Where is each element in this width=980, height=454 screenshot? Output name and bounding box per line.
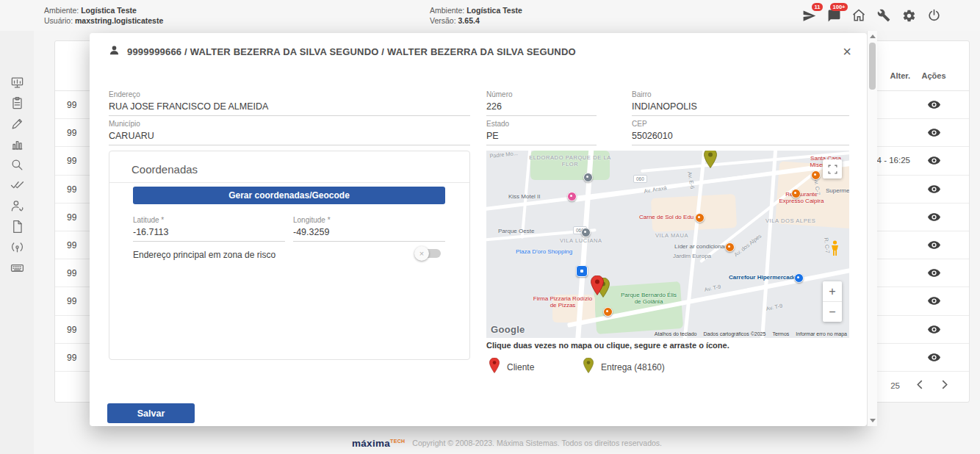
send-icon[interactable]: 11 [801, 7, 817, 24]
delivery-marker-pin[interactable] [704, 151, 717, 171]
power-icon[interactable] [926, 7, 942, 24]
view-row-button[interactable] [912, 268, 956, 279]
map-poi-icon[interactable] [725, 242, 735, 252]
sidebar-item-user-wrench[interactable] [0, 197, 34, 217]
map-label: Restaurante Expresso Caipira [773, 191, 830, 204]
chat-icon[interactable]: 100+ [826, 7, 842, 24]
view-row-button[interactable] [912, 353, 956, 364]
header-icons: 11 100+ [801, 7, 942, 24]
sidebar-item-clipboard[interactable] [0, 94, 34, 115]
sidebar-item-bar-chart[interactable] [0, 135, 34, 156]
save-button[interactable]: Salvar [107, 403, 195, 423]
numero-input[interactable] [486, 101, 597, 116]
municipio-label: Município [109, 120, 470, 128]
client-marker-pin[interactable] [591, 275, 604, 298]
scrollbar-thumb[interactable] [869, 43, 876, 90]
endereco-label: Endereço [109, 90, 470, 98]
map-label: ELDORADO PARQUE DE LA FLOR [529, 155, 611, 167]
column-header-acoes: Ações [912, 71, 956, 80]
map-label: R. C-7 [822, 237, 830, 253]
next-page-button[interactable] [939, 378, 951, 393]
municipio-input[interactable] [109, 131, 470, 145]
ambiente-value: Logística Teste [81, 6, 137, 15]
eye-icon [928, 240, 940, 251]
legend-cliente-label: Cliente [507, 362, 534, 372]
google-logo[interactable]: Google [491, 324, 525, 335]
map-poi-icon[interactable] [581, 228, 591, 237]
map-poi-icon[interactable] [791, 189, 801, 198]
versao-value: 3.65.4 [458, 16, 480, 25]
bairro-input[interactable] [632, 101, 849, 116]
close-icon[interactable]: × [837, 42, 857, 61]
risk-zone-toggle[interactable]: × [416, 247, 442, 260]
row-code: 99 [67, 212, 76, 223]
view-row-button[interactable] [912, 156, 956, 167]
map-attribution-link[interactable]: Dados cartográficos ©2025 [703, 331, 765, 336]
longitude-input[interactable] [293, 227, 445, 242]
sidebar-item-search[interactable] [0, 156, 34, 176]
estado-input[interactable] [486, 131, 597, 145]
estado-label: Estado [486, 120, 597, 128]
prev-page-button[interactable] [913, 378, 926, 393]
view-row-button[interactable] [912, 100, 956, 111]
sidebar-item-monitor[interactable] [0, 73, 34, 94]
chat-badge: 100+ [830, 3, 848, 11]
view-row-button[interactable] [912, 128, 956, 139]
footer: máximaTECH Copyright © 2008-2023. Máxima… [34, 432, 980, 454]
map-poi-icon[interactable] [695, 213, 705, 223]
eye-icon [928, 128, 940, 139]
env-info-left: Ambiente: Logística Teste Usuário: maxst… [44, 5, 163, 26]
ambiente-label-center: Ambiente: [430, 6, 464, 15]
longitude-field: Longitude * [293, 216, 445, 242]
longitude-label: Longitude * [293, 216, 445, 224]
map-poi-icon[interactable] [583, 173, 593, 182]
street-view-pegman-icon[interactable] [831, 240, 839, 259]
scroll-up-arrow[interactable] [870, 35, 876, 38]
view-row-button[interactable] [912, 325, 956, 336]
app-screen: Ambiente: Logística Teste Usuário: maxst… [0, 0, 980, 454]
shopping-poi-icon[interactable] [576, 265, 588, 277]
dialog-scrollbar[interactable] [867, 31, 877, 426]
search-icon [10, 158, 24, 175]
view-row-button[interactable] [912, 184, 956, 195]
view-row-button[interactable] [912, 296, 956, 307]
generate-geocode-button[interactable]: Gerar coordenadas/Geocode [133, 187, 445, 204]
view-row-button[interactable] [912, 240, 956, 251]
row-code: 99 [67, 353, 76, 363]
sidebar-item-keyboard[interactable] [0, 259, 34, 279]
sidebar-item-antenna[interactable] [0, 238, 34, 259]
home-icon[interactable] [851, 7, 867, 24]
cep-input[interactable] [632, 131, 849, 145]
row-code: 99 [67, 268, 76, 278]
scroll-down-arrow[interactable] [870, 419, 876, 422]
map-canvas[interactable]: Padre Mo...ELDORADO PARQUE DE LA FLORSan… [486, 151, 849, 338]
sidebar-item-document[interactable] [0, 217, 34, 238]
row-code: 99 [67, 156, 76, 166]
zoom-in-button[interactable]: + [823, 281, 842, 301]
map-poi-icon[interactable] [603, 307, 613, 317]
pencil-icon [10, 117, 24, 134]
map-fullscreen-button[interactable] [823, 159, 842, 179]
wrench-icon[interactable] [876, 7, 892, 24]
map-label: Parque Oeste [498, 228, 534, 234]
map-poi-icon[interactable] [811, 170, 821, 180]
eye-icon [928, 100, 940, 111]
map-poi-icon[interactable] [794, 273, 804, 283]
view-row-button[interactable] [912, 212, 956, 223]
map-attribution-link[interactable]: Termos [772, 331, 789, 336]
map-hint-text: Clique duas vezes no mapa ou clique, seg… [486, 341, 729, 350]
map-attribution-link[interactable]: Atalhos do teclado [655, 331, 697, 336]
coordinates-divider [109, 182, 469, 183]
sidebar-item-pencil[interactable] [0, 115, 34, 135]
zoom-out-button[interactable]: − [823, 302, 842, 322]
endereco-input[interactable] [109, 101, 470, 116]
sidebar [0, 0, 34, 454]
map-label: Plaza D'oro Shopping [516, 248, 572, 255]
map-poi-icon[interactable] [567, 192, 577, 201]
map-label: VILA LUCIANA [560, 238, 602, 245]
customer-address-modal: 9999999666 / WALTER BEZERRA DA SILVA SEG… [90, 33, 867, 426]
latitude-input[interactable] [133, 227, 285, 242]
sidebar-item-double-check[interactable] [0, 176, 34, 197]
gear-icon[interactable] [901, 7, 917, 24]
map-attribution-link[interactable]: Informar erro no mapa [796, 331, 847, 336]
